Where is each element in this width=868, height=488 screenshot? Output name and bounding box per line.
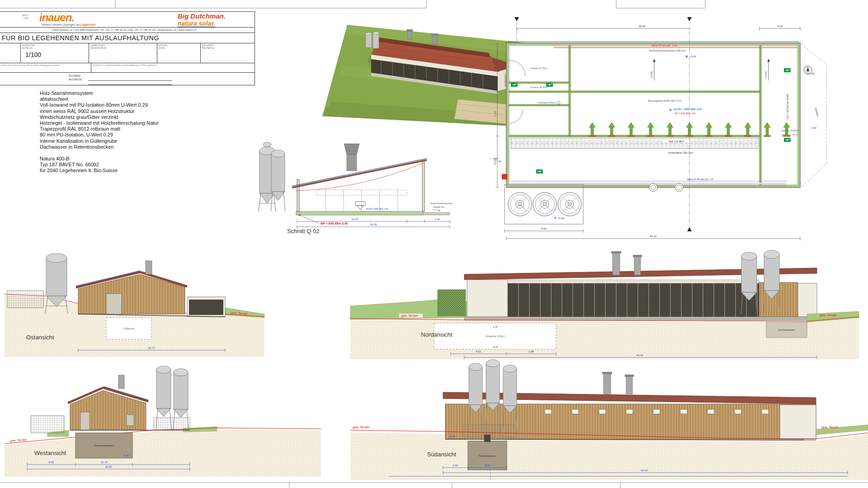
svg-text:44.30: 44.30 xyxy=(636,354,643,357)
svg-text:8.60: 8.60 xyxy=(485,464,490,467)
section-dimensions: 12.32 2.10 15.05 xyxy=(297,218,450,229)
big-dutchman-logo: Big Dutchman. xyxy=(178,13,255,19)
chimney xyxy=(407,31,412,40)
natura-solar-logo: natura solar. xyxy=(178,20,215,28)
plan-label-lager: Lager min. 40 m² xyxy=(781,133,798,136)
elevation-north-title: Nordansicht xyxy=(421,331,453,338)
spec-line: abtaloschiert xyxy=(40,96,159,102)
svg-text:Retentionsbecken: Retentionsbecken xyxy=(94,444,114,447)
manhole xyxy=(649,183,657,192)
svg-text:26.80: 26.80 xyxy=(638,25,646,28)
window-row xyxy=(545,409,769,414)
window xyxy=(127,415,134,426)
corner-text-fragments: lation ftsik xyxy=(0,12,30,20)
logo-row: lation ftsik inauen. Tierisch clevere Lö… xyxy=(0,12,255,28)
interior-wall-east xyxy=(760,46,761,185)
product-line: Typ 187 BAVET No. 66092 xyxy=(40,162,159,168)
silo-platform xyxy=(154,418,190,429)
svg-text:Gefälle: Gefälle xyxy=(764,71,767,78)
hedge xyxy=(438,290,466,316)
svg-text:2.88: 2.88 xyxy=(528,350,534,353)
roof-section xyxy=(292,160,427,188)
right-wall xyxy=(422,161,425,211)
floor-plan: -3.50 -1.50 Gefälle WAGs-TP-DN 125 - 1.0… xyxy=(489,17,826,240)
svg-text:8.50: 8.50 xyxy=(48,461,54,464)
fan-icon xyxy=(533,192,557,216)
elevation-south-title: Südansicht xyxy=(427,451,457,458)
fan-icon xyxy=(558,192,581,216)
long-building xyxy=(464,250,817,320)
sheet-title: E FÜR BIO LEGEHENNEN MIT AUSLAUFHALTUNG xyxy=(0,33,255,43)
terrain-label-right: gew. Terrain xyxy=(820,314,837,317)
plan-pipe-red-label: WAGs-TP-DN 125 - 1.0% xyxy=(652,44,678,47)
section-level-red: NP = 645.45m ü.M xyxy=(298,214,347,225)
spec-line: Windschutznetz grau/Gitter verzinkt xyxy=(40,114,159,120)
section-note2: Gefälle 3% xyxy=(433,206,444,208)
plan-label-garage: Garage 12.33m² xyxy=(531,67,547,70)
gable-building xyxy=(76,261,225,317)
plan-label-wintergarten: Wintergarten AKB 299.77m² xyxy=(648,99,682,102)
elevation-east-title: Ostansicht xyxy=(26,334,54,341)
field-scale: MASSSTAB:ECHELLE: 1/100 xyxy=(21,43,89,63)
section-note1: Schlechtwetterauslauf xyxy=(430,202,453,205)
elevation-south: gew. Terrain gew. Terrain ±0.00 Retentio… xyxy=(350,360,868,481)
section-level-blue: ±0.00 = 645.45m ü.M xyxy=(366,207,387,210)
product-line: Natura 400-B xyxy=(40,156,159,162)
inauen-wordmark: inauen. xyxy=(39,12,178,23)
elevation-east: gew. Terrain Güllegrube 15.72 Ostansicht xyxy=(5,253,264,357)
note-left: Pläne dürfen ohne Genehmigung nicht an D… xyxy=(0,63,91,72)
chimney xyxy=(626,376,632,394)
aviary-section xyxy=(316,190,407,211)
outdoor-apron xyxy=(425,212,450,215)
mesh-wall xyxy=(508,283,759,317)
inauen-logo: inauen. Tierisch clevere Lösungen aus Ap… xyxy=(30,12,178,26)
chimney xyxy=(613,253,620,275)
svg-text:3.30: 3.30 xyxy=(494,66,496,72)
chimney xyxy=(432,35,437,44)
svg-text:2.03: 2.03 xyxy=(453,464,458,467)
spec-line: interne Kanalisation in Güllengrube xyxy=(40,138,159,144)
left-wall xyxy=(297,179,299,211)
architect-row: Architekt: Architecte: xyxy=(0,73,255,85)
svg-text:-0.40: -0.40 xyxy=(690,55,696,58)
spec-line: Holzriegel - Isolierwand mit Holzbretter… xyxy=(40,120,159,126)
plan-pipe-blue-label: WAGs-R-PP-DN 125 - 1% xyxy=(687,178,714,181)
spec-line: Voll-Isowand mit PU-Isolation 80mm U-Wer… xyxy=(40,102,159,108)
elevation-west: gew. Terrain Retentionsbecken -5.40 8.50… xyxy=(5,366,321,477)
svg-text:9.60: 9.60 xyxy=(494,159,496,164)
terrain-label-left: gew. Terrain xyxy=(399,314,423,318)
svg-text:—: — xyxy=(489,157,491,160)
floor-slab xyxy=(296,211,424,215)
retention-basin: Retentionsbecken -5.40 xyxy=(75,433,132,458)
plan-gefaelle-ramp: Gefälle xyxy=(814,108,819,117)
product-line: für 2040 Legehennen lt. Bio-Suisse xyxy=(40,168,159,174)
mesh-wall xyxy=(189,300,223,315)
svg-text:Güllegrube 33.60m³: Güllegrube 33.60m³ xyxy=(485,335,505,338)
interior-wall-rooms xyxy=(569,46,571,136)
plinth xyxy=(464,317,817,320)
underground-label: Güllegrube xyxy=(123,327,135,330)
svg-text:8.60: 8.60 xyxy=(541,227,547,230)
field-revision: REVIDIERT:REVISE No: xyxy=(201,43,255,63)
retention-label: Retentionsbecken xyxy=(778,329,795,331)
spec-line: Dachwasser in Retentionsbecken xyxy=(40,144,159,150)
plan-label-kotlager: Kotlager 79.59m² xyxy=(781,129,799,132)
chimney xyxy=(118,375,124,389)
svg-text:44.30: 44.30 xyxy=(641,469,648,472)
fan-icon xyxy=(508,192,532,216)
company-address: Gaiserstrasse 12 | CH-9050 Appenzell | T… xyxy=(0,28,255,33)
section-drawing: Schlechtwetterauslauf Gefälle 3% ±0.00 =… xyxy=(259,142,453,235)
pv-line xyxy=(292,159,427,186)
spec-line: 80 mm PU-Isolation, U-Wert 0.29 xyxy=(40,132,159,138)
north-arrow-icon xyxy=(804,66,812,74)
elevation-north: gew. Terrain gew. Terrain Retentionsbeck… xyxy=(350,250,859,359)
chimney xyxy=(146,261,152,274)
svg-text:Retentionsbecken: Retentionsbecken xyxy=(479,455,496,457)
plan-label-scharrflaeche: Scharrfläche 196.13m² xyxy=(668,151,693,154)
red-marker xyxy=(502,174,507,179)
note-right: Projekt Nr. 1: Legehennenstall mit Ausla… xyxy=(91,63,255,72)
field-date: DATUM:DATE: xyxy=(157,43,201,63)
svg-text:12.75: 12.75 xyxy=(100,461,108,464)
ramp-edge xyxy=(801,44,826,188)
mesh-pen xyxy=(7,291,43,308)
